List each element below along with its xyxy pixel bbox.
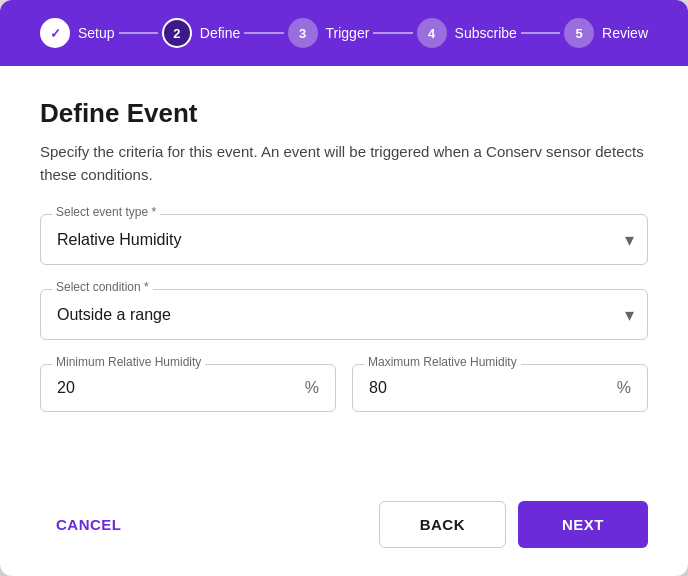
step-label-setup: Setup [78,25,115,41]
back-button[interactable]: BACK [379,501,506,548]
min-unit: % [305,379,319,397]
condition-label: Select condition * [52,280,153,294]
condition-group: Select condition * Outside a range ▾ [40,289,648,340]
max-input[interactable] [369,379,617,397]
event-type-select-wrapper: Relative Humidity ▾ [40,214,648,265]
condition-select-wrapper: Outside a range ▾ [40,289,648,340]
max-label: Maximum Relative Humidity [364,355,521,369]
step-circle-setup: ✓ [40,18,70,48]
modal-content: Define Event Specify the criteria for th… [0,66,688,485]
step-define[interactable]: 2 Define [162,18,240,48]
step-setup[interactable]: ✓ Setup [40,18,115,48]
step-label-define: Define [200,25,240,41]
max-unit: % [617,379,631,397]
next-button[interactable]: NEXT [518,501,648,548]
modal-container: ✓ Setup 2 Define 3 Trigger 4 Subscribe 5… [0,0,688,576]
min-field: Minimum Relative Humidity % [40,364,336,412]
min-input-wrapper: % [40,364,336,412]
step-trigger[interactable]: 3 Trigger [288,18,370,48]
step-connector-1 [119,32,158,34]
step-connector-2 [244,32,283,34]
range-inputs: Minimum Relative Humidity % Maximum Rela… [40,364,648,412]
event-type-label: Select event type * [52,205,160,219]
step-connector-3 [373,32,412,34]
event-type-select[interactable]: Relative Humidity [40,214,648,265]
max-field: Maximum Relative Humidity % [352,364,648,412]
step-label-review: Review [602,25,648,41]
step-subscribe[interactable]: 4 Subscribe [417,18,517,48]
step-connector-4 [521,32,560,34]
step-circle-trigger: 3 [288,18,318,48]
step-label-subscribe: Subscribe [455,25,517,41]
max-input-wrapper: % [352,364,648,412]
step-label-trigger: Trigger [326,25,370,41]
modal-footer: CANCEL BACK NEXT [0,485,688,576]
event-type-group: Select event type * Relative Humidity ▾ [40,214,648,265]
step-circle-define: 2 [162,18,192,48]
condition-select[interactable]: Outside a range [40,289,648,340]
min-input[interactable] [57,379,305,397]
step-circle-review: 5 [564,18,594,48]
min-label: Minimum Relative Humidity [52,355,205,369]
step-review[interactable]: 5 Review [564,18,648,48]
stepper-header: ✓ Setup 2 Define 3 Trigger 4 Subscribe 5… [0,0,688,66]
back-next-group: BACK NEXT [379,501,648,548]
page-description: Specify the criteria for this event. An … [40,141,648,186]
page-title: Define Event [40,98,648,129]
step-circle-subscribe: 4 [417,18,447,48]
cancel-button[interactable]: CANCEL [40,504,138,545]
